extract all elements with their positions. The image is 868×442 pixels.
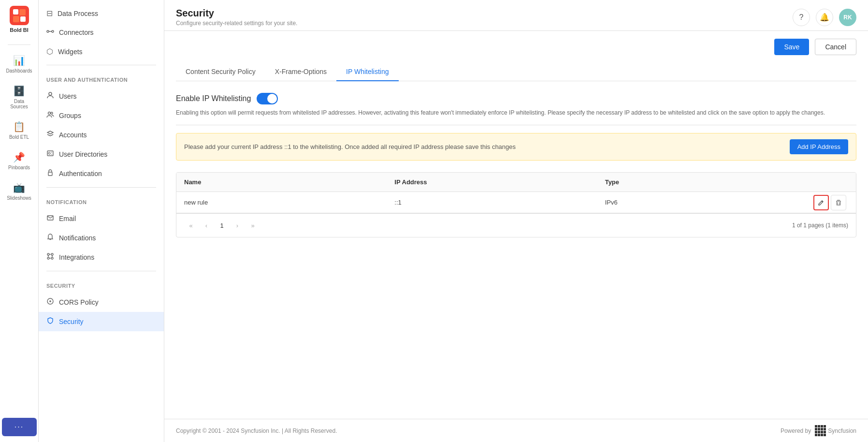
delete-icon <box>835 199 842 206</box>
security-section-header: SECURITY <box>39 275 164 293</box>
groups-icon <box>46 111 54 120</box>
sidebar-item-label: Security <box>59 318 84 325</box>
data-process-icon: ⊟ <box>46 9 53 18</box>
user-auth-section-header: USER AND AUTHENTICATION <box>39 69 164 87</box>
sidebar-item-label: Data Process <box>58 10 98 17</box>
bell-icon: 🔔 <box>820 13 829 22</box>
sidebar-item-email[interactable]: Email <box>39 209 164 228</box>
prev-page-button[interactable]: ‹ <box>200 219 213 232</box>
syncfusion-name: Syncfusion <box>828 427 856 434</box>
cell-actions <box>808 195 856 210</box>
sidebar-item-label: Accounts <box>59 131 87 139</box>
svg-point-7 <box>48 112 51 115</box>
sidebar-item-label: Authentication <box>59 170 102 177</box>
help-button[interactable]: ? <box>793 9 810 26</box>
delete-button[interactable] <box>831 195 846 210</box>
sidebar-item-label: CORS Policy <box>59 298 99 306</box>
copyright-text: Copyright © 2001 - 2024 Syncfusion Inc. … <box>176 427 337 434</box>
page-1-button[interactable]: 1 <box>215 219 229 232</box>
sidebar-item-accounts[interactable]: Accounts <box>39 125 164 145</box>
top-header: Security Configure security-related sett… <box>164 0 868 31</box>
tab-ip-whitelisting[interactable]: IP Whitelisting <box>336 63 398 81</box>
footer: Copyright © 2001 - 2024 Syncfusion Inc. … <box>164 419 868 442</box>
sidebar-item-cors-policy[interactable]: CORS Policy <box>39 293 164 312</box>
svg-point-10 <box>48 152 50 154</box>
tab-x-frame-options[interactable]: X-Frame-Options <box>265 63 336 81</box>
sidebar-item-pinboards[interactable]: 📌 Pinboards <box>2 147 37 175</box>
action-buttons: Save Cancel <box>176 39 856 55</box>
svg-point-5 <box>52 30 54 32</box>
ip-table: Name IP Address Type new rule ::1 IPv6 <box>176 172 856 237</box>
pinboards-icon: 📌 <box>13 151 25 163</box>
sidebar-item-authentication[interactable]: Authentication <box>39 164 164 183</box>
sidebar-item-notifications[interactable]: Notifications <box>39 228 164 248</box>
connectors-icon <box>46 28 54 37</box>
user-avatar[interactable]: RK <box>839 9 856 26</box>
icon-nav: Bold BI 📊 Dashboards 🗄️ Data Sources 📋 B… <box>0 0 39 442</box>
sidebar-item-groups[interactable]: Groups <box>39 106 164 125</box>
save-button[interactable]: Save <box>774 39 809 55</box>
page-subtitle: Configure security-related settings for … <box>176 20 297 27</box>
sidebar-item-users[interactable]: Users <box>39 87 164 106</box>
bold-etl-label: Bold ETL <box>9 134 29 140</box>
sidebar-item-security[interactable]: Security <box>39 312 164 331</box>
sidebar-item-widgets[interactable]: ⬡ Widgets <box>39 42 164 61</box>
first-page-button[interactable]: « <box>184 219 198 232</box>
sidebar-item-label: Widgets <box>58 48 83 56</box>
sidebar-item-dashboards[interactable]: 📊 Dashboards <box>2 50 37 78</box>
add-ip-address-button[interactable]: Add IP Address <box>790 139 848 154</box>
cors-policy-icon <box>46 297 54 307</box>
integrations-icon <box>46 252 54 262</box>
ip-whitelisting-toggle[interactable] <box>257 93 278 104</box>
bold-etl-icon: 📋 <box>13 121 25 133</box>
sidebar-item-user-directories[interactable]: User Directories <box>39 145 164 164</box>
last-page-button[interactable]: » <box>246 219 260 232</box>
sidebar-item-data-sources[interactable]: 🗄️ Data Sources <box>2 80 37 114</box>
sidebar-item-connectors[interactable]: Connectors <box>39 23 164 42</box>
svg-point-13 <box>47 253 49 255</box>
main-content: Security Configure security-related sett… <box>164 0 868 442</box>
tab-label: Content Security Policy <box>186 68 256 75</box>
notification-button[interactable]: 🔔 <box>816 9 833 26</box>
sidebar-item-slideshows[interactable]: 📺 Slideshows <box>2 177 37 206</box>
cell-type: IPv6 <box>597 192 808 213</box>
nav-divider <box>8 44 30 45</box>
section-divider <box>176 125 856 125</box>
svg-point-6 <box>49 92 52 95</box>
authentication-icon <box>46 169 54 178</box>
notice-banner: Please add your current IP address ::1 t… <box>176 133 856 161</box>
svg-rect-11 <box>48 172 52 176</box>
security-icon <box>46 317 54 326</box>
sidebar-divider-3 <box>46 271 156 271</box>
more-button[interactable]: ··· <box>2 418 37 436</box>
edit-button[interactable] <box>813 195 829 210</box>
logo-icon[interactable] <box>10 6 29 25</box>
accounts-icon <box>46 130 54 140</box>
sidebar-item-label: Integrations <box>59 253 94 261</box>
sidebar-item-integrations[interactable]: Integrations <box>39 248 164 267</box>
tab-content-security-policy[interactable]: Content Security Policy <box>176 63 265 81</box>
cancel-button[interactable]: Cancel <box>815 39 856 55</box>
tab-label: X-Frame-Options <box>275 68 327 75</box>
svg-rect-0 <box>13 9 18 15</box>
pagination-controls: « ‹ 1 › » <box>184 219 260 232</box>
edit-icon <box>818 199 825 206</box>
svg-point-15 <box>47 257 49 259</box>
header-actions: ? 🔔 RK <box>793 9 856 26</box>
syncfusion-grid-icon <box>815 425 826 436</box>
user-directories-icon <box>46 149 54 159</box>
col-header-type: Type <box>597 173 808 192</box>
svg-point-8 <box>51 112 53 114</box>
page-title-area: Security Configure security-related sett… <box>176 8 297 27</box>
dashboards-icon: 📊 <box>13 55 25 66</box>
syncfusion-logo: Syncfusion <box>815 425 856 436</box>
pagination-info: 1 of 1 pages (1 items) <box>792 222 848 229</box>
toggle-label: Enable IP Whitelisting <box>176 94 251 103</box>
widgets-icon: ⬡ <box>46 47 53 56</box>
sidebar-item-bold-etl[interactable]: 📋 Bold ETL <box>2 116 37 145</box>
sidebar-item-label: User Directories <box>59 150 107 158</box>
data-sources-label: Data Sources <box>6 99 33 109</box>
next-page-button[interactable]: › <box>231 219 244 232</box>
sidebar-item-data-process[interactable]: ⊟ Data Process <box>39 4 164 23</box>
powered-by-label: Powered by <box>781 427 811 434</box>
